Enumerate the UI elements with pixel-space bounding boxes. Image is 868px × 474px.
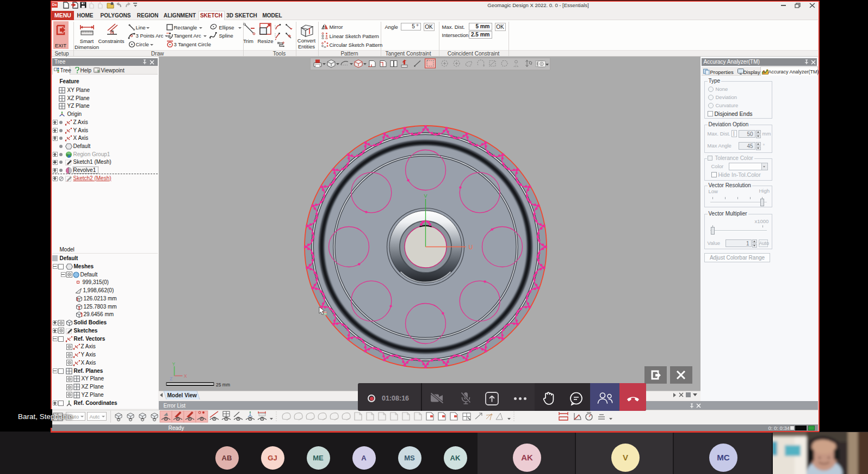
svg-text:U: U bbox=[469, 244, 473, 250]
svg-text:25 mm: 25 mm bbox=[216, 382, 230, 387]
svg-text:Z: Z bbox=[170, 376, 172, 381]
svg-text:V: V bbox=[424, 193, 427, 199]
svg-text:X: X bbox=[184, 373, 187, 379]
svg-text:Y: Y bbox=[172, 361, 176, 367]
